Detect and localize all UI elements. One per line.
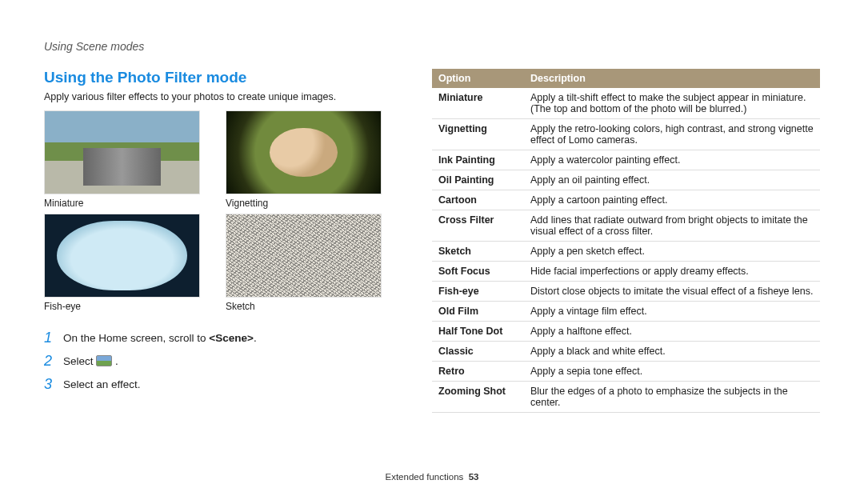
left-column: Using the Photo Filter mode Apply variou… <box>44 69 388 413</box>
table-row: Fish-eyeDistort close objects to imitate… <box>432 282 820 302</box>
option-description: Apply a watercolor painting effect. <box>524 150 820 170</box>
option-description: Distort close objects to imitate the vis… <box>524 282 820 302</box>
option-description: Apply an oil painting effect. <box>524 170 820 190</box>
caption-fisheye: Fish-eye <box>44 298 200 312</box>
step-3-text: Select an effect. <box>63 378 141 390</box>
breadcrumb: Using Scene modes <box>44 40 820 53</box>
table-row: Old FilmApply a vintage film effect. <box>432 302 820 322</box>
section-title: Using the Photo Filter mode <box>44 69 388 86</box>
option-name: Miniature <box>432 88 524 119</box>
option-description: Apply the retro-looking colors, high con… <box>524 119 820 150</box>
step-2: Select . <box>44 353 388 370</box>
step-2-text-a: Select <box>63 355 96 367</box>
table-row: Soft FocusHide facial imperfections or a… <box>432 262 820 282</box>
step-2-text-b: . <box>115 355 118 367</box>
option-description: Apply a halftone effect. <box>524 322 820 342</box>
table-row: Ink PaintingApply a watercolor painting … <box>432 150 820 170</box>
image-fisheye <box>44 214 200 298</box>
th-option: Option <box>432 69 524 88</box>
option-description: Apply a sepia tone effect. <box>524 362 820 382</box>
option-name: Retro <box>432 362 524 382</box>
option-name: Vignetting <box>432 119 524 150</box>
thumb-vignetting: Vignetting <box>226 110 382 209</box>
option-name: Cross Filter <box>432 210 524 242</box>
option-name: Sketch <box>432 242 524 262</box>
table-row: VignettingApply the retro-looking colors… <box>432 119 820 150</box>
example-thumbnails: Miniature Vignetting Fish-eye Sketch <box>44 110 388 312</box>
step-3: Select an effect. <box>44 376 388 393</box>
option-name: Half Tone Dot <box>432 322 524 342</box>
option-name: Soft Focus <box>432 262 524 282</box>
table-row: MiniatureApply a tilt-shift effect to ma… <box>432 88 820 119</box>
steps-list: On the Home screen, scroll to <Scene>. S… <box>44 330 388 393</box>
image-vignetting <box>226 110 382 194</box>
option-name: Old Film <box>432 302 524 322</box>
option-name: Classic <box>432 342 524 362</box>
option-description: Apply a tilt-shift effect to make the su… <box>524 88 820 119</box>
page-footer: Extended functions 53 <box>0 472 864 482</box>
option-description: Add lines that radiate outward from brig… <box>524 210 820 242</box>
option-name: Ink Painting <box>432 150 524 170</box>
option-description: Apply a black and white effect. <box>524 342 820 362</box>
option-description: Apply a pen sketch effect. <box>524 242 820 262</box>
step-1-scene: <Scene> <box>209 332 254 344</box>
option-description: Apply a vintage film effect. <box>524 302 820 322</box>
option-name: Zooming Shot <box>432 382 524 413</box>
step-1-text-c: . <box>254 332 257 344</box>
table-row: Half Tone DotApply a halftone effect. <box>432 322 820 342</box>
thumb-fisheye: Fish-eye <box>44 214 200 312</box>
footer-label: Extended functions <box>385 472 463 482</box>
option-name: Oil Painting <box>432 170 524 190</box>
table-row: SketchApply a pen sketch effect. <box>432 242 820 262</box>
option-name: Cartoon <box>432 190 524 210</box>
caption-vignetting: Vignetting <box>226 194 382 209</box>
intro-text: Apply various filter effects to your pho… <box>44 91 388 102</box>
step-1: On the Home screen, scroll to <Scene>. <box>44 330 388 346</box>
table-row: CartoonApply a cartoon painting effect. <box>432 190 820 210</box>
image-sketch <box>226 214 382 298</box>
photo-filter-icon <box>96 355 112 366</box>
thumb-miniature: Miniature <box>44 110 200 209</box>
option-description: Hide facial imperfections or apply dream… <box>524 262 820 282</box>
footer-page: 53 <box>469 472 479 482</box>
thumb-sketch: Sketch <box>226 214 382 312</box>
table-row: ClassicApply a black and white effect. <box>432 342 820 362</box>
option-description: Blur the edges of a photo to emphasize t… <box>524 382 820 413</box>
table-row: Zooming ShotBlur the edges of a photo to… <box>432 382 820 413</box>
image-miniature <box>44 110 200 194</box>
table-row: Oil PaintingApply an oil painting effect… <box>432 170 820 190</box>
options-table: Option Description MiniatureApply a tilt… <box>432 69 820 413</box>
caption-miniature: Miniature <box>44 194 200 209</box>
table-row: RetroApply a sepia tone effect. <box>432 362 820 382</box>
table-row: Cross FilterAdd lines that radiate outwa… <box>432 210 820 242</box>
th-description: Description <box>524 69 820 88</box>
option-description: Apply a cartoon painting effect. <box>524 190 820 210</box>
step-1-text-a: On the Home screen, scroll to <box>63 332 209 344</box>
right-column: Option Description MiniatureApply a tilt… <box>432 69 820 413</box>
caption-sketch: Sketch <box>226 298 382 312</box>
option-name: Fish-eye <box>432 282 524 302</box>
